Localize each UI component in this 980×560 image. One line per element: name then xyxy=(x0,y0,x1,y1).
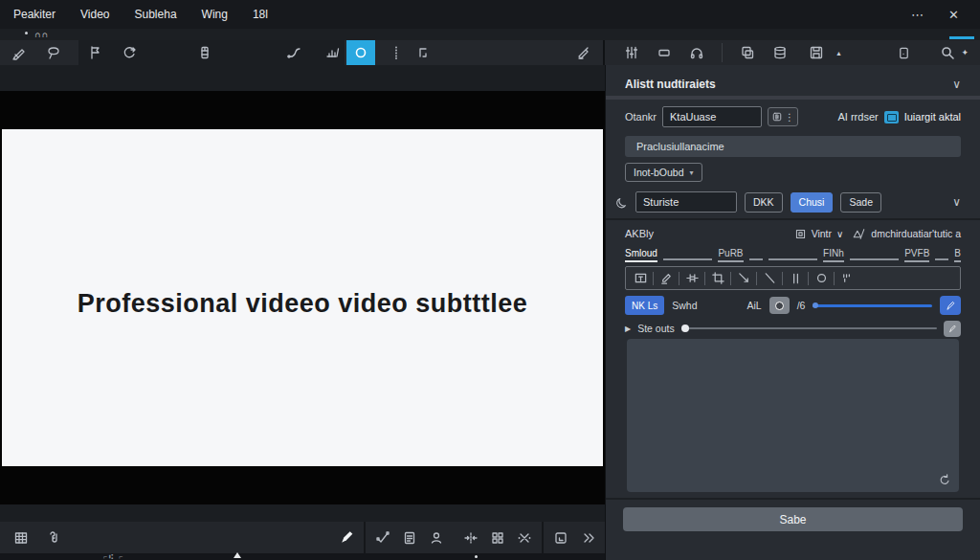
tab-finh[interactable]: FINh xyxy=(823,248,844,262)
more-icon[interactable]: ⋯ xyxy=(911,8,924,22)
tick-marks-icon[interactable] xyxy=(838,270,856,287)
layout-square-icon[interactable] xyxy=(794,228,807,240)
marker-glyphs: ∩∩ xyxy=(34,30,49,39)
sliders-icon[interactable] xyxy=(618,40,645,65)
tab-smloud[interactable]: Smloud xyxy=(625,248,657,262)
ste-outs-slider[interactable] xyxy=(681,327,937,329)
ste-outs-row: ▶ Ste outs xyxy=(625,320,961,337)
menu-item-18l[interactable]: 18l xyxy=(253,8,268,21)
font-dropdown[interactable]: Vintr xyxy=(812,228,832,239)
menu-item-subtitle[interactable]: Subleha xyxy=(135,8,177,21)
save-button[interactable]: Sabe xyxy=(623,507,963,531)
tab-rule xyxy=(768,258,818,260)
panel-section-header[interactable]: Alistt nudtiraiets ∨ xyxy=(625,75,961,94)
chusi-button[interactable]: Chusi xyxy=(791,192,834,213)
chevron-down-icon[interactable]: ∨ xyxy=(952,78,961,91)
crop-tool-icon[interactable] xyxy=(709,270,726,287)
tab-b[interactable]: B xyxy=(954,248,961,262)
grid-small-icon[interactable] xyxy=(484,526,511,550)
dropdown-row: Inot-bOubd ▾ xyxy=(625,163,961,182)
subtitle-text-area[interactable] xyxy=(627,339,959,492)
tab-pvfb[interactable]: PVFB xyxy=(904,248,929,262)
rotate-brush-icon[interactable] xyxy=(118,40,142,65)
nk-ls-button[interactable]: NK Ls xyxy=(625,296,664,315)
lasso-tool-icon[interactable] xyxy=(40,40,67,65)
spacing-tool-icon[interactable] xyxy=(787,270,804,287)
slider-pen-button[interactable] xyxy=(940,296,961,315)
bracket-tool-icon[interactable] xyxy=(410,40,436,65)
font-note: dmchirduatiar'tutic a xyxy=(871,228,961,239)
track-links-icon[interactable] xyxy=(40,526,67,550)
cut-x-icon[interactable] xyxy=(511,526,538,550)
rectangle-icon[interactable] xyxy=(651,40,678,65)
divider xyxy=(606,498,980,500)
flag-tool-icon[interactable] xyxy=(84,40,108,65)
chevron-down-icon[interactable]: ∨ xyxy=(952,195,961,209)
fill-pen-tool-icon[interactable] xyxy=(657,270,675,287)
speaker-input[interactable]: KtaUuase xyxy=(662,106,762,127)
ai-link[interactable]: Iuiargit aktal xyxy=(904,111,961,123)
divider xyxy=(606,218,980,220)
corner-bracket-icon[interactable] xyxy=(547,526,574,550)
speaker-person-icon[interactable] xyxy=(423,526,450,550)
copy-icon[interactable] xyxy=(734,40,761,65)
text-box-tool-icon[interactable] xyxy=(632,270,649,287)
style-name-input[interactable]: Sturiste xyxy=(635,191,737,213)
audio-meter-icon[interactable] xyxy=(321,40,345,65)
play-icon[interactable]: ▶ xyxy=(625,325,631,333)
menu-item-video[interactable]: Video xyxy=(80,8,109,21)
diamond-icon[interactable]: ✦ xyxy=(961,48,969,57)
ai-chip-icon[interactable] xyxy=(884,111,899,123)
timeline-fragment: ⌐⑆ ⌐ xyxy=(103,553,124,560)
double-chevron-icon[interactable] xyxy=(574,526,601,550)
sade-button[interactable]: Sade xyxy=(840,192,881,213)
chevron-down-icon[interactable]: ∨ xyxy=(836,229,843,239)
badge-menu-button[interactable]: ⋮ xyxy=(768,107,798,126)
video-frame[interactable]: Professional videeo video subtttlee xyxy=(2,129,603,466)
save-icon[interactable] xyxy=(803,40,830,65)
marker-dot xyxy=(25,32,28,34)
refresh-icon[interactable] xyxy=(938,473,951,486)
tab-rule xyxy=(850,258,900,260)
opacity-slider[interactable] xyxy=(813,304,932,307)
tab-rule xyxy=(663,258,713,260)
whip-tool-icon[interactable] xyxy=(281,40,305,65)
ste-pen-button[interactable] xyxy=(944,321,961,337)
trim-tool-icon[interactable] xyxy=(683,270,701,287)
stack-icon[interactable] xyxy=(767,40,793,65)
slide-title-text: Professional videeo video subtttlee xyxy=(78,278,528,319)
tab-rule xyxy=(935,258,948,260)
menu-item-file[interactable]: Peakiter xyxy=(13,8,56,21)
close-icon[interactable]: ✕ xyxy=(948,8,959,22)
document-icon[interactable] xyxy=(396,526,423,550)
speaker-row: Otankr KtaUuase ⋮ AI rrdser Iuiargit akt… xyxy=(625,105,961,128)
timeline-strip[interactable]: ⌐⑆ ⌐ xyxy=(0,553,605,560)
diagonal-line-arrow-icon[interactable] xyxy=(735,270,752,287)
slider-knob[interactable] xyxy=(681,325,689,332)
tab-purb[interactable]: PuRB xyxy=(718,248,743,262)
collapse-icon[interactable] xyxy=(457,526,484,550)
table-grid-icon[interactable] xyxy=(8,526,34,550)
timeline-dot xyxy=(475,555,478,558)
draw-tool-icon[interactable] xyxy=(6,40,33,65)
diagonal-line-icon[interactable] xyxy=(761,270,778,287)
film-tool-icon[interactable] xyxy=(193,40,217,65)
headphones-icon[interactable] xyxy=(683,40,710,65)
playhead-marker[interactable] xyxy=(234,552,241,558)
dkk-button[interactable]: DKK xyxy=(745,192,783,213)
brush-tool-icon[interactable] xyxy=(570,40,597,65)
preset-dropdown[interactable]: Inot-bOubd ▾ xyxy=(625,163,702,182)
properties-panel: Alistt nudtiraiets ∨ Otankr KtaUuase ⋮ A… xyxy=(605,65,980,560)
record-toggle[interactable] xyxy=(769,297,790,314)
menu-item-wing[interactable]: Wing xyxy=(202,8,228,21)
vector-check-icon[interactable] xyxy=(369,526,396,550)
warning-slash-icon[interactable] xyxy=(852,228,866,240)
expand-caret-icon[interactable]: ▲ xyxy=(835,50,842,56)
dotted-list-icon[interactable] xyxy=(383,40,410,65)
shape-circle-icon[interactable] xyxy=(813,270,830,287)
panel-icon[interactable] xyxy=(890,40,917,65)
pencil-icon[interactable] xyxy=(333,526,360,550)
circle-tool-active[interactable] xyxy=(346,40,375,65)
search-icon[interactable] xyxy=(934,40,961,65)
name-input[interactable]: Praclusiullanacime xyxy=(625,136,961,157)
